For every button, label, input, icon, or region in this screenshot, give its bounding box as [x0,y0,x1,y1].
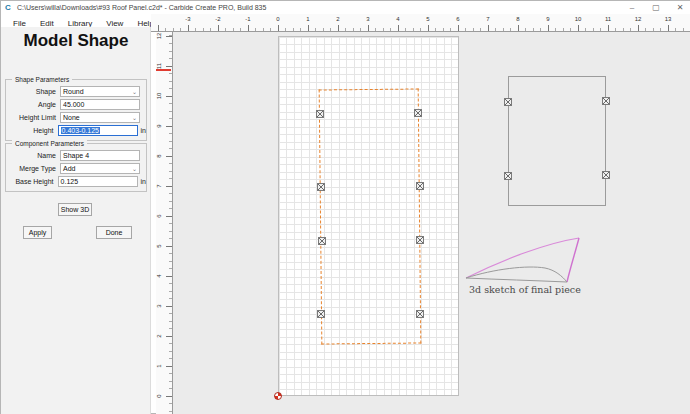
angle-row: Angle 45.000 [6,98,146,111]
base-height-label: Base Height [8,178,58,185]
merge-type-row: Merge Type Add ⌄ [6,162,146,175]
h-ruler-label: 1 [298,16,318,22]
shape-dropdown[interactable]: Round ⌄ [60,86,140,97]
v-ruler-label: 7 [156,177,164,195]
origin-marker-icon [274,392,282,400]
sketch-caption: 3d sketch of final piece [469,284,599,295]
h-ruler-label: -3 [178,16,198,22]
selected-shape-outline[interactable] [319,88,422,344]
v-ruler-label: 10 [156,87,164,105]
shape-dropdown-value: Round [63,88,84,95]
node-handle[interactable] [317,183,325,191]
h-ruler-label: 7 [478,16,498,22]
base-height-input[interactable]: 0.125 [58,176,138,187]
v-ruler-label: 12 [156,27,164,45]
h-ruler-label: -2 [208,16,228,22]
h-ruler: -3-2-1012345678910111213 [151,14,690,32]
height-input[interactable]: 0.403-0.125 [58,125,138,136]
h-ruler-label: 2 [328,16,348,22]
node-handle[interactable] [416,236,424,244]
v-ruler-label: 3 [156,297,164,315]
node-handle[interactable] [416,182,424,190]
height-label: Height [8,127,58,134]
height-unit-label: in [141,127,146,134]
page-title: Model Shape [1,31,151,51]
v-ruler-label: 8 [156,147,164,165]
minimize-button[interactable]: – [627,3,637,12]
window-title: C:\Users\willa\Downloads\#93 Roof Panel.… [17,4,266,11]
h-ruler-label: 10 [568,16,588,22]
title-bar: C C:\Users\willa\Downloads\#93 Roof Pane… [1,1,690,14]
final-piece-sketch [459,232,589,292]
h-ruler-label: 4 [388,16,408,22]
maximize-button[interactable]: ▢ [651,3,661,12]
h-ruler-label: -1 [238,16,258,22]
design-canvas[interactable]: 3d sketch of final piece [173,32,690,414]
base-height-input-value: 0.125 [61,178,79,185]
merge-type-dropdown[interactable]: Add ⌄ [60,163,140,174]
h-ruler-label: 0 [268,16,288,22]
node-handle[interactable] [416,310,424,318]
base-height-row: Base Height 0.125 in [6,175,146,188]
height-limit-dropdown[interactable]: None ⌄ [60,112,140,123]
model-shape-panel: Model Shape Shape Parameters Shape Round… [1,27,151,414]
angle-input[interactable]: 45.000 [60,99,140,110]
node-handle[interactable] [504,98,512,106]
h-ruler-major-ticks [151,25,690,31]
shape-row: Shape Round ⌄ [6,85,146,98]
height-limit-dropdown-value: None [63,114,80,121]
name-input[interactable]: Shape 4 [60,150,140,161]
h-ruler-label: 12 [628,16,648,22]
merge-type-label: Merge Type [8,165,60,172]
height-input-value: 0.403-0.125 [61,127,100,134]
name-input-value: Shape 4 [63,152,89,159]
h-ruler-label: 11 [598,16,618,22]
v-ruler-major-ticks [166,32,172,414]
shape-parameters-legend: Shape Parameters [12,76,72,83]
node-handle[interactable] [414,109,422,117]
v-ruler-label: 4 [156,267,164,285]
h-ruler-label: 13 [658,16,678,22]
close-button[interactable]: ✕ [675,3,685,12]
show-3d-button[interactable]: Show 3D [58,203,92,216]
h-ruler-label: 5 [418,16,438,22]
v-ruler: 1211109876543210 [156,32,173,414]
name-row: Name Shape 4 [6,149,146,162]
height-limit-row: Height Limit None ⌄ [6,111,146,124]
node-handle[interactable] [602,97,610,105]
base-height-unit-label: in [141,178,146,185]
node-handle[interactable] [316,110,324,118]
v-ruler-label: 0 [156,387,164,405]
v-ruler-label: 2 [156,327,164,345]
h-ruler-label: 3 [358,16,378,22]
done-button[interactable]: Done [96,226,132,239]
node-handle[interactable] [602,171,610,179]
height-limit-label: Height Limit [8,114,60,121]
angle-label: Angle [8,101,60,108]
v-ruler-label: 11 [156,57,164,75]
component-parameters-legend: Component Parameters [12,140,87,147]
node-handle[interactable] [504,172,512,180]
h-ruler-label: 8 [508,16,528,22]
window-controls: – ▢ ✕ [627,1,685,14]
shape-parameters-group: Shape Parameters Shape Round ⌄ Angle 45.… [5,79,147,141]
v-ruler-label: 1 [156,357,164,375]
name-label: Name [8,152,60,159]
component-parameters-group: Component Parameters Name Shape 4 Merge … [5,143,147,192]
height-row: Height 0.403-0.125 in [6,124,146,137]
h-ruler-label: 9 [538,16,558,22]
v-ruler-label: 6 [156,207,164,225]
chevron-down-icon: ⌄ [132,165,137,172]
chevron-down-icon: ⌄ [132,114,137,121]
angle-input-value: 45.000 [63,101,84,108]
shape-label: Shape [8,88,60,95]
node-handle[interactable] [317,310,325,318]
h-ruler-label: 6 [448,16,468,22]
node-handle[interactable] [318,237,326,245]
shape-outline[interactable] [508,76,606,206]
apply-button[interactable]: Apply [23,226,52,239]
v-ruler-label: 9 [156,117,164,135]
app-icon: C [5,4,13,12]
chevron-down-icon: ⌄ [132,88,137,95]
v-ruler-label: 5 [156,237,164,255]
